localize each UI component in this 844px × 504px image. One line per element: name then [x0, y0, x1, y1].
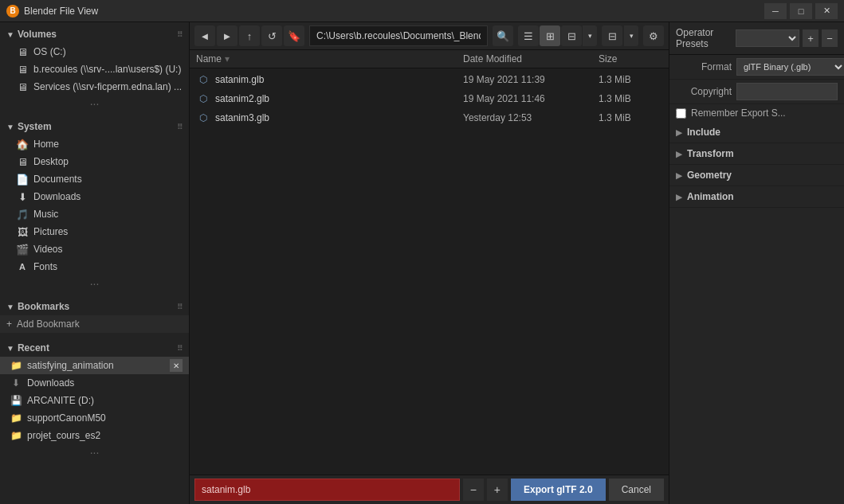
- system-item-desktop[interactable]: 🖥 Desktop: [0, 153, 189, 170]
- include-arrow: ▶: [676, 128, 682, 137]
- recent-arrow: ▼: [6, 344, 14, 353]
- system-item-pictures[interactable]: 🖼 Pictures: [0, 223, 189, 240]
- include-label: Include: [687, 127, 720, 138]
- system-item-music[interactable]: 🎵 Music: [0, 205, 189, 223]
- animation-section-header[interactable]: ▶ Animation: [669, 186, 844, 207]
- minimize-button[interactable]: ─: [764, 3, 787, 19]
- bookmarks-label: Bookmarks: [18, 301, 69, 312]
- include-section-header[interactable]: ▶ Include: [669, 122, 844, 143]
- volumes-item-os[interactable]: 🖥 OS (C:): [0, 43, 189, 61]
- glb-icon-3: ⬡: [196, 111, 210, 125]
- col-date-header[interactable]: Date Modified: [463, 53, 599, 64]
- animation-arrow: ▶: [676, 193, 682, 201]
- transform-arrow: ▶: [676, 150, 682, 158]
- folder-icon-support: 📁: [10, 412, 22, 424]
- system-section-header[interactable]: ▼ System ⠿: [0, 118, 189, 135]
- view-dropdown-button[interactable]: ▾: [583, 25, 597, 46]
- filename-minus-button[interactable]: −: [463, 479, 484, 501]
- sidebar: ▼ Volumes ⠿ 🖥 OS (C:) 🖥 b.recoules (\\sr…: [0, 22, 190, 504]
- file-size-satanim: 1.3 MiB: [599, 74, 662, 85]
- close-button[interactable]: ✕: [815, 3, 838, 19]
- format-select[interactable]: glTF Binary (.glb) glTF Embedded (.gltf)…: [736, 58, 844, 76]
- up-button[interactable]: ↑: [239, 25, 260, 46]
- system-item-fonts[interactable]: A Fonts: [0, 258, 189, 275]
- recent-item-satisfying[interactable]: 📁 satisfying_animation ✕: [0, 357, 189, 374]
- copyright-row: Copyright: [669, 80, 844, 104]
- operator-add-button[interactable]: +: [803, 29, 818, 47]
- file-date-satanim3: Yesterday 12:53: [463, 112, 599, 123]
- glb-icon: ⬡: [196, 72, 210, 87]
- system-more[interactable]: ···: [0, 275, 189, 291]
- folder-icon-projet: 📁: [10, 429, 22, 442]
- animation-section: ▶ Animation: [669, 186, 844, 208]
- recent-item-arcanite[interactable]: 💾 ARCANITE (D:): [0, 392, 189, 409]
- geometry-label: Geometry: [687, 170, 732, 181]
- operator-presets-select[interactable]: [736, 29, 800, 47]
- refresh-button[interactable]: ↺: [261, 25, 282, 46]
- bookmarks-section-header[interactable]: ▼ Bookmarks ⠿: [0, 298, 189, 315]
- recent-section-header[interactable]: ▼ Recent ⠿: [0, 339, 189, 357]
- bookmark-button[interactable]: 🔖: [284, 25, 304, 46]
- recent-item-close-button[interactable]: ✕: [170, 359, 183, 372]
- documents-icon: 📄: [16, 173, 29, 186]
- file-row-satanim[interactable]: ⬡ satanim.glb 19 May 2021 11:39 1.3 MiB: [190, 70, 669, 89]
- filename-plus-button[interactable]: +: [487, 479, 508, 501]
- system-item-downloads[interactable]: ⬇ Downloads: [0, 188, 189, 205]
- file-date-satanim: 19 May 2021 11:39: [463, 74, 599, 85]
- file-size-satanim2: 1.3 MiB: [599, 93, 662, 104]
- downloads-icon: ⬇: [16, 190, 29, 203]
- system-item-videos[interactable]: 🎬 Videos: [0, 240, 189, 258]
- add-bookmark-button[interactable]: + Add Bookmark: [0, 315, 189, 333]
- system-drag-handle: ⠿: [177, 123, 183, 131]
- geometry-section-header[interactable]: ▶ Geometry: [669, 165, 844, 186]
- recent-section: ▼ Recent ⠿ 📁 satisfying_animation ✕ ⬇ Do…: [0, 336, 189, 463]
- folder-icon: 📁: [10, 359, 22, 372]
- file-list: ⬡ satanim.glb 19 May 2021 11:39 1.3 MiB …: [190, 68, 669, 475]
- main-container: ▼ Volumes ⠿ 🖥 OS (C:) 🖥 b.recoules (\\sr…: [0, 22, 844, 504]
- window-controls: ─ □ ✕: [764, 3, 838, 19]
- col-size-header[interactable]: Size: [599, 53, 662, 64]
- view-list-button[interactable]: ☰: [518, 25, 539, 46]
- search-button[interactable]: 🔍: [493, 25, 513, 46]
- format-label: Format: [676, 61, 732, 72]
- recent-item-projet[interactable]: 📁 projet_cours_es2: [0, 427, 189, 444]
- settings-button[interactable]: ⚙: [643, 25, 664, 46]
- operator-remove-button[interactable]: −: [822, 29, 838, 47]
- transform-section-header[interactable]: ▶ Transform: [669, 143, 844, 164]
- file-row-satanim3[interactable]: ⬡ satanim3.glb Yesterday 12:53 1.3 MiB: [190, 108, 669, 127]
- filename-input[interactable]: [194, 479, 460, 501]
- volumes-item-services-label: Services (\\srv-ficperm.edna.lan) ...: [33, 81, 182, 92]
- filename-bar: − + Export glTF 2.0 Cancel: [190, 475, 669, 504]
- volumes-section-header[interactable]: ▼ Volumes ⠿: [0, 25, 189, 43]
- filter-button[interactable]: ⊟: [602, 25, 622, 46]
- bookmarks-drag-handle: ⠿: [177, 303, 183, 311]
- view-large-button[interactable]: ⊟: [561, 25, 582, 46]
- volumes-label: Volumes: [18, 29, 57, 40]
- copyright-input[interactable]: [736, 83, 838, 100]
- export-button[interactable]: Export glTF 2.0: [511, 479, 606, 501]
- volumes-more[interactable]: ···: [0, 96, 189, 111]
- file-list-header: Name ▾ Date Modified Size: [190, 50, 669, 68]
- file-row-satanim2[interactable]: ⬡ satanim2.glb 19 May 2021 11:46 1.3 MiB: [190, 89, 669, 108]
- include-section: ▶ Include: [669, 122, 844, 143]
- recent-more[interactable]: ···: [0, 444, 189, 460]
- recent-item-downloads[interactable]: ⬇ Downloads: [0, 374, 189, 392]
- back-button[interactable]: ◄: [194, 25, 215, 46]
- system-item-documents[interactable]: 📄 Documents: [0, 170, 189, 188]
- window-title: Blender File View: [24, 6, 764, 17]
- path-input[interactable]: [309, 25, 488, 46]
- view-grid-button[interactable]: ⊞: [540, 25, 560, 46]
- remember-export-checkbox[interactable]: [676, 108, 686, 119]
- volumes-drag-handle: ⠿: [177, 30, 183, 39]
- col-name-header[interactable]: Name ▾: [196, 53, 463, 64]
- bookmarks-arrow: ▼: [6, 303, 14, 311]
- videos-icon: 🎬: [16, 243, 29, 256]
- system-item-home[interactable]: 🏠 Home: [0, 135, 189, 153]
- volumes-item-brecoules[interactable]: 🖥 b.recoules (\\srv-....lan\users$) (U:): [0, 61, 189, 78]
- volumes-item-services[interactable]: 🖥 Services (\\srv-ficperm.edna.lan) ...: [0, 78, 189, 96]
- maximize-button[interactable]: □: [790, 3, 812, 19]
- filter-dropdown-button[interactable]: ▾: [624, 25, 638, 46]
- cancel-button[interactable]: Cancel: [609, 479, 664, 501]
- recent-item-support[interactable]: 📁 supportCanonM50: [0, 409, 189, 427]
- forward-button[interactable]: ►: [217, 25, 237, 46]
